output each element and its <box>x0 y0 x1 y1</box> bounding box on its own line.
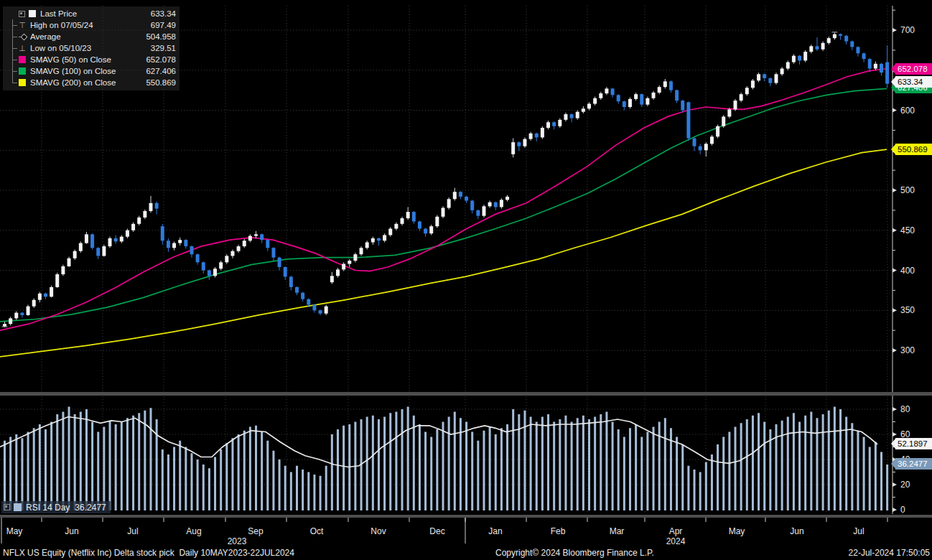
svg-text:2023: 2023 <box>228 536 247 546</box>
tree-branch <box>12 71 17 72</box>
svg-text:Jan: Jan <box>488 526 502 536</box>
tree-branch <box>12 83 17 83</box>
legend-value: 550.869 <box>146 78 180 87</box>
status-bar: NFLX US Equity (Netflix Inc) Delta stock… <box>0 546 932 560</box>
sma100-swatch-icon <box>19 67 26 75</box>
svg-text:20: 20 <box>900 480 910 490</box>
sma50-swatch-icon <box>19 56 26 63</box>
legend-value: 329.51 <box>151 44 180 52</box>
sma200-price-badge: 550.869 <box>895 144 932 155</box>
sma50-line <box>0 69 887 331</box>
svg-text:Jun: Jun <box>65 526 78 536</box>
legend-value: 633.34 <box>151 9 180 18</box>
legend-expand-icon[interactable] <box>19 11 25 17</box>
legend-value: 697.49 <box>151 21 180 29</box>
svg-text:Aug: Aug <box>186 526 201 536</box>
svg-text:May: May <box>729 526 745 536</box>
tree-branch <box>12 48 17 49</box>
legend-label: High on 07/05/24 <box>30 21 93 29</box>
sma200-swatch-icon <box>19 79 26 86</box>
legend-row-low[interactable]: ⊥ Low on 05/10/23 329.51 <box>3 42 180 54</box>
legend-value: 627.406 <box>146 67 180 75</box>
last-price-swatch-icon <box>29 10 36 17</box>
svg-text:350: 350 <box>900 305 915 315</box>
copyright-notice: Copyright© 2024 Bloomberg Finance L.P. <box>495 548 654 558</box>
sma100-line <box>0 88 887 322</box>
rsi-average-badge: 52.1897 <box>895 438 932 449</box>
svg-text:Dec: Dec <box>429 526 444 536</box>
svg-text:Oct: Oct <box>310 526 324 536</box>
legend-row-sma200[interactable]: SMAVG (200) on Close 550.869 <box>3 77 180 88</box>
sma200-line <box>0 149 887 357</box>
rsi-bars <box>4 407 888 511</box>
svg-text:500: 500 <box>900 185 915 195</box>
svg-text:300: 300 <box>900 345 915 355</box>
tree-branch <box>12 25 17 26</box>
svg-text:Feb: Feb <box>551 526 566 536</box>
tree-branch <box>12 60 17 60</box>
legend-label: SMAVG (100) on Close <box>30 67 116 75</box>
sma50-price-badge: 652.078 <box>895 63 932 75</box>
legend-label: Last Price <box>40 9 77 18</box>
svg-text:Jul: Jul <box>853 526 864 536</box>
legend-row-sma100[interactable]: SMAVG (100) on Close 627.406 <box>3 65 180 77</box>
svg-text:2024: 2024 <box>666 536 686 546</box>
rsi-average-line <box>0 417 877 467</box>
rsi-swatch-icon <box>14 503 22 511</box>
security-description: NFLX US Equity (Netflix Inc) Delta stock… <box>3 548 294 558</box>
svg-text:700: 700 <box>900 25 915 35</box>
svg-text:Apr: Apr <box>669 526 683 536</box>
chart-legend[interactable]: Last Price 633.34 ⊤ High on 07/05/24 697… <box>3 6 180 90</box>
rsi-last-badge: 36.2477 <box>895 458 932 470</box>
svg-text:0: 0 <box>900 505 905 515</box>
svg-text:Nov: Nov <box>371 526 386 536</box>
svg-text:Mar: Mar <box>610 526 625 536</box>
average-marker-icon <box>19 33 27 40</box>
rsi-legend-label: RSI 14 Day <box>26 503 70 513</box>
time-axis: MayJunJulAugSepOctNovDecJanFebMarAprMayJ… <box>1 518 887 546</box>
svg-text:Jun: Jun <box>790 526 803 536</box>
legend-row-sma50[interactable]: SMAVG (50) on Close 652.078 <box>3 54 180 65</box>
bloomberg-chart-window: 300350400450500550600650700020406080MayJ… <box>0 0 932 560</box>
svg-text:Sep: Sep <box>248 526 264 536</box>
low-marker-icon: ⊥ <box>19 45 26 52</box>
svg-text:Jul: Jul <box>127 526 138 536</box>
legend-label: SMAVG (200) on Close <box>30 78 116 87</box>
legend-label: SMAVG (50) on Close <box>30 55 111 64</box>
svg-text:May: May <box>6 526 23 536</box>
legend-row-high[interactable]: ⊤ High on 07/05/24 697.49 <box>3 19 180 31</box>
rsi-expand-icon[interactable] <box>4 504 10 510</box>
rsi-legend[interactable]: RSI 14 Day 36.2477 <box>1 501 111 513</box>
svg-text:400: 400 <box>900 266 915 276</box>
legend-value: 504.958 <box>146 32 180 41</box>
svg-text:600: 600 <box>900 106 915 116</box>
legend-label: Low on 05/10/23 <box>30 44 91 52</box>
rsi-legend-value: 36.2477 <box>75 503 106 513</box>
svg-text:80: 80 <box>900 404 910 414</box>
last-price-badge: 633.34 <box>895 76 932 88</box>
legend-row-last-price[interactable]: Last Price 633.34 <box>3 8 180 19</box>
tree-branch <box>12 37 17 37</box>
timestamp: 22-Jul-2024 17:50:05 <box>849 548 930 558</box>
svg-text:450: 450 <box>900 225 915 235</box>
high-marker-icon: ⊤ <box>19 22 26 29</box>
legend-row-average[interactable]: Average 504.958 <box>3 31 180 42</box>
legend-value: 652.078 <box>146 55 180 64</box>
legend-label: Average <box>30 32 61 41</box>
